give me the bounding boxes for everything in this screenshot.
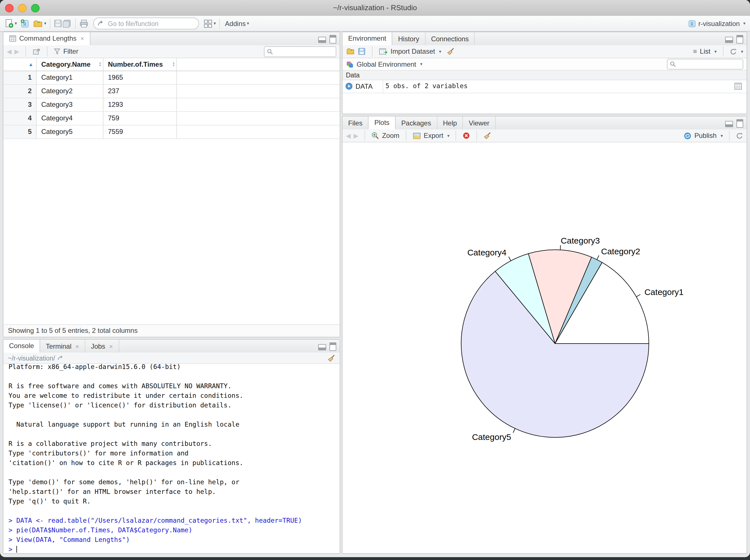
filter-button[interactable]: Filter bbox=[63, 47, 78, 55]
console-line bbox=[8, 468, 340, 478]
remove-plot-icon[interactable] bbox=[462, 132, 471, 140]
clear-environment-icon[interactable] bbox=[446, 47, 454, 55]
forward-icon[interactable]: ▶ bbox=[15, 48, 19, 55]
table-row[interactable]: 1Category11965 bbox=[3, 71, 340, 85]
global-environment-selector[interactable]: Global Environment bbox=[357, 60, 416, 68]
viewer-search-input[interactable] bbox=[275, 47, 333, 55]
open-file-icon[interactable] bbox=[33, 19, 43, 28]
tab-plots[interactable]: Plots bbox=[368, 116, 396, 129]
toolbar-divider bbox=[219, 18, 220, 28]
minimize-pane-icon[interactable] bbox=[318, 344, 326, 351]
environment-tabbar: Environment History Connections bbox=[342, 32, 747, 46]
open-file-caret[interactable]: ▾ bbox=[44, 21, 46, 26]
addins-caret[interactable]: ▾ bbox=[247, 21, 249, 26]
pane-layout-icon[interactable] bbox=[203, 19, 213, 28]
column-header-number-of-times[interactable]: Number.of.Times▴▾ bbox=[103, 58, 177, 71]
save-workspace-icon[interactable] bbox=[358, 47, 366, 55]
refresh-caret[interactable]: ▾ bbox=[741, 49, 743, 54]
column-sort-icon[interactable]: ▴▾ bbox=[99, 58, 101, 67]
next-plot-icon[interactable]: ▶ bbox=[354, 132, 358, 139]
column-header-category-name[interactable]: Category.Name▴▾ bbox=[37, 58, 103, 71]
tab-label: Jobs bbox=[91, 342, 105, 350]
export-caret[interactable]: ▾ bbox=[447, 133, 450, 138]
tab-terminal[interactable]: Terminal × bbox=[40, 340, 85, 353]
console-pane: Console Terminal × Jobs × ~/r-visualizat… bbox=[3, 339, 340, 554]
console-output[interactable]: Platform: x86_64-apple-darwin15.6.0 (64-… bbox=[3, 364, 340, 553]
tab-history[interactable]: History bbox=[393, 32, 426, 45]
goto-directory-icon[interactable] bbox=[57, 355, 65, 361]
minimize-pane-icon[interactable] bbox=[318, 37, 326, 43]
tab-help[interactable]: Help bbox=[437, 116, 463, 129]
table-row[interactable]: 4Category4759 bbox=[3, 112, 340, 125]
refresh-plot-icon[interactable] bbox=[736, 132, 743, 139]
clear-plots-icon[interactable] bbox=[483, 132, 491, 140]
print-icon[interactable] bbox=[79, 19, 89, 28]
goto-file-input[interactable] bbox=[107, 20, 196, 27]
new-file-icon[interactable] bbox=[4, 19, 14, 28]
minimize-pane-icon[interactable] bbox=[725, 121, 733, 127]
console-line bbox=[8, 410, 340, 420]
tab-files[interactable]: Files bbox=[342, 116, 369, 129]
previous-plot-icon[interactable]: ◀ bbox=[346, 132, 351, 139]
tab-console[interactable]: Console bbox=[3, 340, 40, 353]
view-table-icon[interactable] bbox=[734, 82, 742, 90]
tab-command-lengths[interactable]: Command Lengths × bbox=[3, 32, 91, 45]
pie-label: Category3 bbox=[561, 236, 600, 245]
publish-caret[interactable]: ▾ bbox=[721, 133, 723, 138]
new-project-icon[interactable]: R bbox=[20, 19, 30, 28]
row-number-header[interactable]: ▲ bbox=[3, 58, 37, 71]
back-icon[interactable]: ◀ bbox=[7, 48, 12, 55]
close-icon[interactable]: × bbox=[76, 343, 79, 349]
refresh-icon[interactable] bbox=[730, 48, 737, 55]
environment-object-row[interactable]: DATA 5 obs. of 2 variables bbox=[342, 80, 747, 93]
maximize-pane-icon[interactable] bbox=[736, 35, 743, 43]
tab-packages[interactable]: Packages bbox=[396, 116, 437, 129]
workspace: Command Lengths × ◀ ▶ Filter bbox=[0, 32, 750, 557]
tab-connections[interactable]: Connections bbox=[425, 32, 475, 45]
maximize-pane-icon[interactable] bbox=[736, 119, 743, 128]
scope-caret[interactable]: ▾ bbox=[420, 62, 422, 67]
plot-canvas: Category1Category2Category3Category4Cate… bbox=[342, 143, 747, 553]
zoom-plot-button[interactable]: Zoom bbox=[382, 132, 399, 140]
close-icon[interactable]: × bbox=[81, 35, 84, 42]
open-in-new-window-icon[interactable] bbox=[32, 48, 41, 55]
minimize-pane-icon[interactable] bbox=[725, 37, 733, 43]
table-row[interactable]: 2Category2237 bbox=[3, 85, 340, 98]
console-line: > pie(DATA$Number.of.Times, DATA$Categor… bbox=[8, 525, 340, 535]
addins-button[interactable]: Addins bbox=[225, 20, 245, 27]
load-workspace-icon[interactable] bbox=[346, 47, 355, 55]
tab-label: History bbox=[398, 35, 419, 43]
tab-environment[interactable]: Environment bbox=[342, 32, 393, 45]
table-row[interactable]: 3Category31293 bbox=[3, 98, 340, 112]
save-icon[interactable] bbox=[54, 19, 62, 28]
object-value: 5 obs. of 2 variables bbox=[383, 80, 734, 93]
expand-object-icon[interactable] bbox=[345, 82, 353, 90]
import-dataset-button[interactable]: Import Dataset bbox=[391, 47, 435, 55]
table-cell: Category1 bbox=[37, 71, 103, 84]
environment-search-input[interactable] bbox=[678, 60, 741, 68]
data-viewer-pane: Command Lengths × ◀ ▶ Filter bbox=[3, 32, 340, 337]
list-view-button[interactable]: List bbox=[700, 47, 710, 55]
tab-jobs[interactable]: Jobs × bbox=[85, 340, 119, 353]
rstudio-window: ~/r-visualization - RStudio ▾ R ▾ bbox=[0, 0, 750, 560]
tab-viewer[interactable]: Viewer bbox=[463, 116, 496, 129]
toolbar-divider bbox=[50, 18, 50, 28]
import-dataset-caret[interactable]: ▾ bbox=[439, 49, 441, 54]
clear-console-icon[interactable] bbox=[327, 354, 335, 362]
project-menu[interactable]: R r-visualization ▾ bbox=[688, 19, 746, 28]
table-status: Showing 1 to 5 of 5 entries, 2 total col… bbox=[3, 324, 340, 337]
project-caret: ▾ bbox=[743, 21, 746, 26]
maximize-pane-icon[interactable] bbox=[330, 35, 336, 43]
export-plot-button[interactable]: Export bbox=[423, 132, 443, 140]
save-all-icon[interactable] bbox=[62, 19, 72, 28]
export-plot-icon bbox=[412, 132, 421, 139]
column-sort-icon[interactable]: ▴▾ bbox=[173, 58, 175, 67]
close-icon[interactable]: × bbox=[109, 343, 113, 349]
maximize-pane-icon[interactable] bbox=[330, 342, 336, 351]
goto-file-box bbox=[93, 18, 199, 29]
new-file-caret[interactable]: ▾ bbox=[15, 21, 17, 26]
publish-button[interactable]: Publish bbox=[694, 132, 717, 140]
pane-layout-caret[interactable]: ▾ bbox=[214, 21, 216, 26]
list-view-caret[interactable]: ▾ bbox=[714, 49, 717, 54]
table-row[interactable]: 5Category57559 bbox=[3, 125, 340, 139]
